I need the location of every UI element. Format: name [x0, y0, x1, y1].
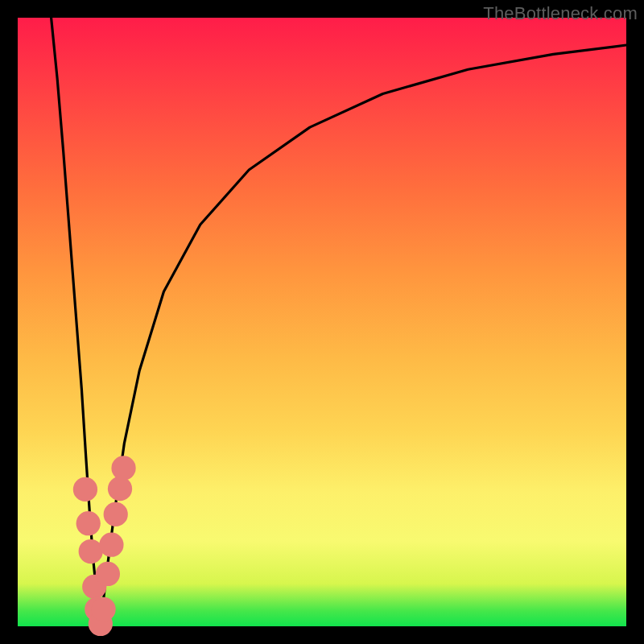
curve-left-branch [52, 18, 101, 626]
curve-group [52, 18, 626, 626]
marker-dot [96, 562, 120, 586]
marker-dot [104, 502, 128, 526]
marker-dot [91, 597, 115, 621]
watermark-text: TheBottleneck.com [483, 3, 638, 24]
marker-dot [73, 477, 97, 502]
curve-right-branch [101, 45, 626, 626]
marker-dot [76, 511, 101, 535]
chart-stage: TheBottleneck.com [0, 0, 644, 644]
marker-dot [111, 456, 135, 480]
marker-dot [108, 477, 132, 501]
marker-group [73, 456, 136, 636]
chart-svg [0, 0, 644, 644]
marker-dot [79, 539, 103, 564]
marker-dot [99, 533, 123, 557]
